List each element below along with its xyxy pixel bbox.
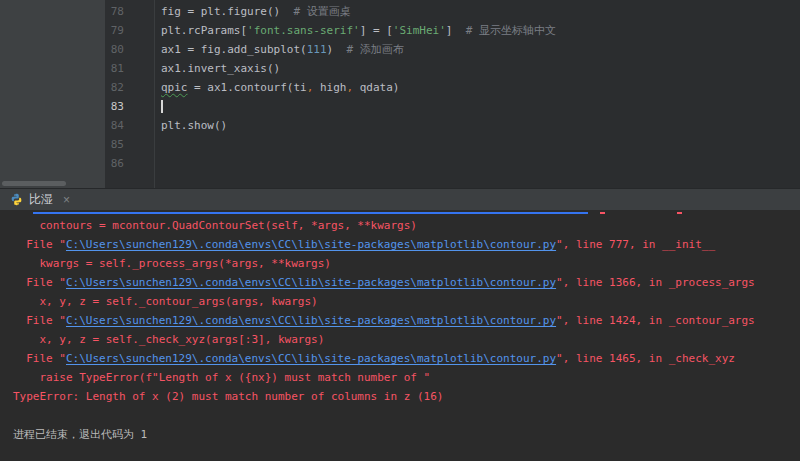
clipped-file-link-underline[interactable] <box>33 212 588 214</box>
clipped-text-fragment <box>600 212 605 214</box>
console-error-line: TypeError: Length of x (2) must match nu… <box>13 387 800 406</box>
console-text: ", line 777, in __init__ <box>556 238 715 251</box>
line-number[interactable]: 81 <box>105 59 154 78</box>
code-token: ax1.invert_xaxis() <box>161 62 280 75</box>
code-line: fig = plt.figure() # 设置画桌 <box>161 2 800 21</box>
console-error-line: contours = mcontour.QuadContourSet(self,… <box>13 216 800 235</box>
console-error-line: x, y, z = self._contour_args(args, kwarg… <box>13 292 800 311</box>
traceback-file-line: File "C:\Users\sunchen129\.conda\envs\CC… <box>13 311 800 330</box>
blank-line <box>13 406 800 425</box>
file-path-link[interactable]: C:\Users\sunchen129\.conda\envs\CC\lib\s… <box>66 352 556 365</box>
console-text: raise TypeError(f"Length of x ({nx}) mus… <box>13 371 430 384</box>
code-token: fig = plt.figure() <box>161 5 280 18</box>
console-text: contours = mcontour.QuadContourSet(self,… <box>13 219 417 232</box>
text-cursor <box>161 100 163 113</box>
console-text: File " <box>13 314 66 327</box>
code-token: 111 <box>307 43 327 56</box>
console-text: x, y, z = self._check_xyz(args[:3], kwar… <box>13 333 324 346</box>
editor-code-lines[interactable]: fig = plt.figure() # 设置画桌plt.rcParams['f… <box>155 0 800 188</box>
line-number[interactable]: 79 <box>105 21 154 40</box>
code-line <box>161 97 800 116</box>
line-number[interactable]: 78 <box>105 2 154 21</box>
code-comment: # 显示坐标轴中文 <box>452 24 556 37</box>
code-token: plt.show() <box>161 119 227 132</box>
code-line: qpic = ax1.contourf(ti, high, qdata) <box>161 78 800 97</box>
code-comment: # 设置画桌 <box>280 5 351 18</box>
console-text: 进程已结束，退出代码为 1 <box>13 428 147 441</box>
file-path-link[interactable]: C:\Users\sunchen129\.conda\envs\CC\lib\s… <box>66 276 556 289</box>
code-token: qdata) <box>353 81 399 94</box>
line-number[interactable]: 80 <box>105 40 154 59</box>
code-token: 'font.sans-serif' <box>247 24 360 37</box>
process-exit-line: 进程已结束，退出代码为 1 <box>13 425 800 444</box>
horizontal-scrollbar[interactable] <box>2 181 66 186</box>
console-text: File " <box>13 352 66 365</box>
traceback-file-line: File "C:\Users\sunchen129\.conda\envs\CC… <box>13 349 800 368</box>
code-line: plt.show() <box>161 116 800 135</box>
code-line <box>161 135 800 154</box>
console-text: ", line 1465, in _check_xyz <box>556 352 735 365</box>
console-text: kwargs = self._process_args(*args, **kwa… <box>13 257 331 270</box>
console-error-line: kwargs = self._process_args(*args, **kwa… <box>13 254 800 273</box>
console-text: ", line 1366, in _process_args <box>556 276 755 289</box>
console-text: ", line 1424, in _contour_args <box>556 314 755 327</box>
console-text: File " <box>13 238 66 251</box>
line-number[interactable]: 86 <box>105 154 154 173</box>
console-text: File " <box>13 276 66 289</box>
code-token: plt.rcParams[ <box>161 24 247 37</box>
code-token: ax1 = fig.add_subplot( <box>161 43 307 56</box>
code-line <box>161 154 800 173</box>
console-text: x, y, z = self._contour_args(args, kwarg… <box>13 295 318 308</box>
code-token: qpic <box>161 81 188 94</box>
python-icon <box>10 193 23 206</box>
code-token: = ax1.contourf(ti <box>188 81 307 94</box>
console-output: contours = mcontour.QuadContourSet(self,… <box>0 210 800 461</box>
traceback-file-line: File "C:\Users\sunchen129\.conda\envs\CC… <box>13 235 800 254</box>
line-number[interactable]: 82 <box>105 78 154 97</box>
code-line: ax1 = fig.add_subplot(111) # 添加画布 <box>161 40 800 59</box>
ide-window: 787980818283848586 fig = plt.figure() # … <box>0 0 800 461</box>
line-number[interactable]: 84 <box>105 116 154 135</box>
project-panel <box>0 0 105 188</box>
clipped-text-fragment <box>677 212 682 214</box>
traceback-file-line: File "C:\Users\sunchen129\.conda\envs\CC… <box>13 273 800 292</box>
console-text: TypeError: Length of x (2) must match nu… <box>13 390 443 403</box>
clipped-traceback-line <box>0 211 800 215</box>
editor-pane[interactable]: 787980818283848586 fig = plt.figure() # … <box>105 0 800 188</box>
code-token: ] = [ <box>360 24 393 37</box>
file-path-link[interactable]: C:\Users\sunchen129\.conda\envs\CC\lib\s… <box>66 238 556 251</box>
console-error-line: raise TypeError(f"Length of x ({nx}) mus… <box>13 368 800 387</box>
editor-gutter: 787980818283848586 <box>105 0 155 188</box>
code-line: plt.rcParams['font.sans-serif'] = ['SimH… <box>161 21 800 40</box>
console-tab-label: 比湿 <box>29 191 53 208</box>
code-token: 'SimHei' <box>393 24 446 37</box>
console-error-line: x, y, z = self._check_xyz(args[:3], kwar… <box>13 330 800 349</box>
console-tab[interactable]: 比湿 × <box>6 189 74 210</box>
code-line: ax1.invert_xaxis() <box>161 59 800 78</box>
code-comment: # 添加画布 <box>333 43 404 56</box>
code-token: high <box>313 81 346 94</box>
console-header: 比湿 × <box>0 188 800 210</box>
line-number[interactable]: 85 <box>105 135 154 154</box>
line-number[interactable]: 83 <box>105 97 154 116</box>
file-path-link[interactable]: C:\Users\sunchen129\.conda\envs\CC\lib\s… <box>66 314 556 327</box>
tab-close-icon[interactable]: × <box>63 194 70 206</box>
